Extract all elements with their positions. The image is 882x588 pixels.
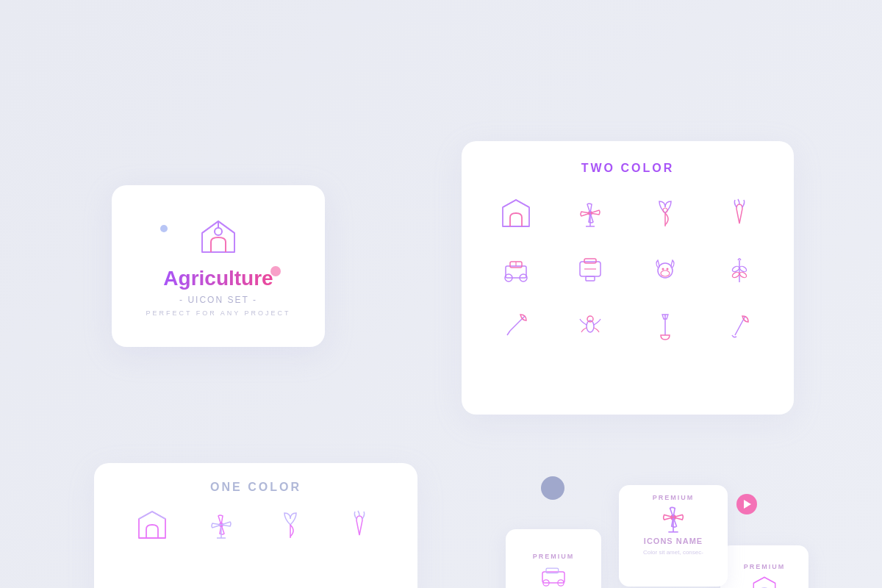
carrot-icon-one-color bbox=[343, 509, 376, 544]
agriculture-subtitle: - UICON SET - bbox=[179, 295, 257, 305]
barn-icon-two-color bbox=[495, 193, 537, 234]
two-color-icons-grid bbox=[482, 193, 773, 345]
premium-card-3: PREMIUM bbox=[720, 545, 808, 588]
agriculture-card: Agriculture - UICON SET - PERFECT FOR AN… bbox=[112, 185, 325, 347]
tractor-icon-premium bbox=[539, 564, 568, 587]
barn-icon-premium bbox=[750, 575, 779, 588]
premium-label-1: PREMIUM bbox=[533, 553, 575, 560]
two-color-card: TWO COLOR bbox=[462, 141, 794, 415]
main-container: Agriculture - UICON SET - PERFECT FOR AN… bbox=[0, 0, 882, 588]
carrot-icon-two-color bbox=[719, 193, 760, 234]
svg-point-22 bbox=[731, 265, 740, 273]
agriculture-desc: PERFECT FOR ANY PROJECT bbox=[146, 309, 290, 317]
wheat-icon-two-color bbox=[719, 248, 760, 290]
premium-label-3: PREMIUM bbox=[744, 563, 786, 570]
svg-point-23 bbox=[739, 265, 747, 273]
svg-rect-12 bbox=[584, 259, 596, 263]
bug-icon-two-color bbox=[570, 304, 611, 345]
svg-point-16 bbox=[661, 270, 670, 276]
machine-icon-two-color bbox=[570, 248, 611, 290]
svg-point-0 bbox=[215, 228, 222, 235]
axe-icon-two-color bbox=[495, 304, 537, 345]
premium-card-2: PREMIUM ICONS NAME Color sit amet, conse… bbox=[619, 485, 728, 587]
svg-point-18 bbox=[666, 268, 668, 270]
dot-pink-decoration bbox=[270, 266, 281, 276]
svg-point-20 bbox=[731, 271, 740, 279]
tractor-icon-two-color bbox=[495, 248, 537, 290]
barn-icon bbox=[196, 215, 240, 259]
shovel-icon-two-color bbox=[645, 304, 686, 345]
icons-name-desc: Color sit amet, consec- bbox=[643, 548, 703, 556]
bottom-circle-decoration bbox=[541, 476, 564, 500]
svg-point-26 bbox=[587, 316, 593, 322]
premium-label-2: PREMIUM bbox=[653, 494, 695, 501]
flower-icon-two-color bbox=[645, 193, 686, 234]
windmill-icon-one-color bbox=[205, 509, 237, 544]
dot-blue-decoration bbox=[160, 225, 168, 232]
tool-icon-two-color bbox=[719, 304, 760, 345]
premium-card-1: PREMIUM bbox=[506, 529, 601, 588]
svg-point-21 bbox=[739, 271, 747, 279]
cow-icon-two-color bbox=[645, 248, 686, 290]
one-color-card: ONE COLOR bbox=[94, 463, 417, 588]
svg-rect-13 bbox=[586, 276, 595, 281]
two-color-title: TWO COLOR bbox=[482, 162, 773, 175]
svg-point-5 bbox=[663, 208, 667, 212]
icons-name-label: ICONS NAME bbox=[644, 537, 703, 545]
play-button[interactable] bbox=[736, 494, 757, 514]
agriculture-title: Agriculture bbox=[163, 267, 273, 290]
windmill-icon-premium bbox=[655, 504, 692, 534]
one-color-icons-row bbox=[118, 509, 394, 544]
leaf-icon-one-color bbox=[274, 509, 306, 544]
barn-icon-one-color bbox=[136, 509, 168, 544]
svg-point-17 bbox=[662, 268, 664, 270]
windmill-icon-two-color bbox=[570, 193, 611, 234]
one-color-title: ONE COLOR bbox=[118, 481, 394, 494]
